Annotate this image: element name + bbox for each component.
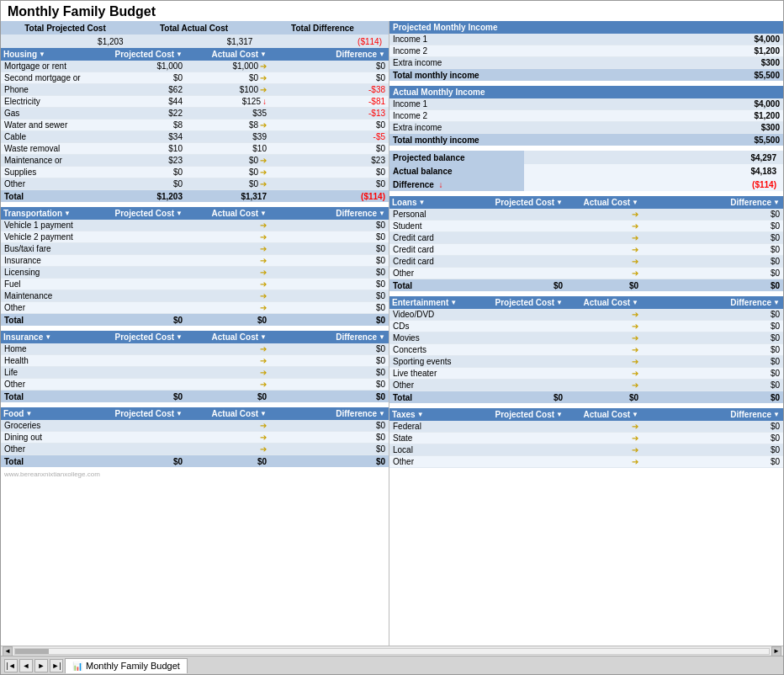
table-row: Concerts➔$0 — [389, 344, 783, 356]
table-row: Maintenance➔$0 — [1, 290, 389, 302]
tab-nav-prev[interactable]: ◄ — [19, 659, 33, 672]
housing-diff-dropdown-icon[interactable]: ▼ — [379, 50, 385, 58]
table-row: Waste removal $10 $10 $0 — [1, 143, 389, 155]
transport-proj-dd[interactable]: ▼ — [176, 210, 183, 217]
table-row: Home➔$0 — [1, 343, 389, 355]
taxes-header: Taxes ▼ Projected Cost ▼ Actual Cost ▼ D… — [389, 408, 783, 421]
tab-sheet-icon: 📊 — [72, 662, 82, 671]
table-row: Other $0 $0 ➔ $0 — [1, 178, 389, 190]
arrow-right-icon: ➔ — [260, 421, 267, 430]
food-dropdown-icon[interactable]: ▼ — [25, 410, 32, 417]
arrow-right-icon: ➔ — [632, 221, 638, 231]
taxes-dd-icon[interactable]: ▼ — [417, 411, 424, 418]
arrow-right-icon: ➔ — [632, 268, 638, 278]
scroll-left-button[interactable]: ◄ — [3, 646, 13, 656]
food-total-row: Total $0 $0 $0 — [1, 455, 389, 467]
arrow-right-icon: ➔ — [260, 291, 267, 300]
arrow-right-icon: ➔ — [260, 61, 267, 71]
table-row: Student➔$0 — [389, 221, 783, 232]
entertainment-dd-icon[interactable]: ▼ — [450, 299, 457, 306]
food-header: Food ▼ Projected Cost ▼ Actual Cost ▼ Di… — [1, 407, 389, 420]
table-row: Other➔$0 — [1, 302, 389, 314]
table-row: Cable $34 $39 -$5 — [1, 131, 389, 143]
arrow-right-icon: ➔ — [260, 256, 267, 265]
horizontal-scrollbar[interactable]: ◄ ► — [1, 646, 783, 656]
arrow-right-icon: ➔ — [260, 279, 267, 289]
tab-nav-last[interactable]: ►| — [50, 659, 63, 672]
transport-act-dd[interactable]: ▼ — [260, 210, 267, 217]
arrow-right-icon: ➔ — [632, 369, 638, 378]
page-title: Monthly Family Budget — [8, 4, 156, 19]
arrow-right-icon: ➔ — [632, 333, 638, 343]
table-row: Water and sewer $8 $8 ➔ $0 — [1, 120, 389, 131]
housing-act-dropdown-icon[interactable]: ▼ — [260, 50, 267, 58]
scroll-track[interactable] — [14, 648, 770, 655]
table-row: Dining out➔$0 — [1, 432, 389, 444]
arrow-right-icon: ➔ — [632, 433, 638, 443]
watermark: www.bereanxnixtianxollege.com — [1, 469, 389, 480]
table-row: Fuel➔$0 — [1, 279, 389, 290]
arrow-right-icon: ➔ — [260, 303, 267, 312]
tab-nav-first[interactable]: |◄ — [4, 659, 18, 672]
table-row: Credit card➔$0 — [389, 232, 783, 244]
arrow-right-icon: ➔ — [260, 444, 267, 454]
tab-monthly-family-budget[interactable]: 📊 Monthly Family Budget — [65, 658, 188, 673]
arrow-right-icon: ➔ — [260, 167, 267, 177]
tab-nav-next[interactable]: ► — [34, 659, 48, 672]
projected-income-total: Total monthly income $5,500 — [389, 69, 783, 81]
list-item: Income 1 $4,000 — [389, 34, 783, 45]
table-row: Other➔$0 — [1, 444, 389, 455]
app-wrapper: Monthly Family Budget Total Projected Co… — [0, 0, 784, 675]
arrow-right-icon: ➔ — [260, 179, 267, 189]
list-item: Extra income $300 — [389, 57, 783, 69]
table-row: Sporting events➔$0 — [389, 356, 783, 368]
scroll-thumb[interactable] — [15, 649, 49, 654]
table-row: Vehicle 1 payment➔$0 — [1, 220, 389, 231]
insurance-header: Insurance ▼ Projected Cost ▼ Actual Cost… — [1, 331, 389, 343]
table-row: Personal➔$0 — [389, 209, 783, 221]
table-row: Maintenance or $23 $0 ➔ $23 — [1, 155, 389, 167]
balance-section: Projected balance $4,297 Actual balance … — [389, 151, 783, 191]
arrow-right-icon: ➔ — [260, 356, 267, 365]
housing-proj-dropdown-icon[interactable]: ▼ — [176, 50, 183, 58]
table-row: Movies➔$0 — [389, 332, 783, 344]
table-row: CDs➔$0 — [389, 321, 783, 332]
insurance-dropdown-icon[interactable]: ▼ — [45, 333, 51, 341]
actual-income-total: Total monthly income $5,500 — [389, 134, 783, 146]
summary-diff-val: ($114) — [259, 37, 389, 46]
projected-income-section: Projected Monthly Income Income 1 $4,000… — [389, 21, 783, 81]
summary-projected-val: $1,203 — [1, 37, 130, 46]
arrow-right-icon: ➔ — [260, 368, 267, 377]
transportation-header: Transportation ▼ Projected Cost ▼ Actual… — [1, 207, 389, 220]
arrow-right-icon: ➔ — [632, 457, 638, 466]
transport-dropdown-icon[interactable]: ▼ — [64, 210, 71, 217]
insurance-total-row: Total $0 $0 $0 — [1, 391, 389, 402]
balance-diff-label: Difference ↓ — [389, 178, 524, 191]
arrow-right-icon: ➔ — [632, 322, 638, 331]
transport-diff-dd[interactable]: ▼ — [379, 210, 385, 217]
table-row: Licensing➔$0 — [1, 267, 389, 279]
table-row: Life➔$0 — [1, 367, 389, 379]
table-row: Second mortgage or $0 $0 ➔ $0 — [1, 72, 389, 84]
scroll-right-button[interactable]: ► — [771, 646, 781, 656]
housing-dropdown-icon[interactable]: ▼ — [39, 50, 45, 58]
arrow-right-icon: ➔ — [632, 257, 638, 266]
arrow-right-icon: ➔ — [260, 268, 267, 277]
list-item: Extra income $300 — [389, 122, 783, 134]
arrow-right-icon: ➔ — [632, 233, 638, 242]
transportation-section: Transportation ▼ Projected Cost ▼ Actual… — [1, 207, 389, 326]
arrow-right-icon: ➔ — [632, 345, 638, 354]
table-row: Other➔$0 — [389, 456, 783, 468]
loans-dd-icon[interactable]: ▼ — [418, 199, 425, 206]
table-row: Electricity $44 $125 ↓ -$81 — [1, 96, 389, 108]
summary-actual-label: Total Actual Cost — [130, 24, 258, 33]
down-arrow-icon: ↓ — [438, 180, 442, 189]
table-row: Other➔$0 — [389, 380, 783, 391]
entertainment-section: Entertainment ▼ Projected Cost ▼ Actual … — [389, 296, 783, 403]
housing-total-row: Total $1,203 $1,317 ($114) — [1, 190, 389, 202]
summary-diff-label: Total Difference — [258, 24, 387, 33]
table-row: Gas $22 $35 -$13 — [1, 108, 389, 120]
insurance-section: Insurance ▼ Projected Cost ▼ Actual Cost… — [1, 331, 389, 402]
list-item: Income 2 $1,200 — [389, 45, 783, 57]
projected-balance-value: $4,297 — [524, 153, 783, 162]
